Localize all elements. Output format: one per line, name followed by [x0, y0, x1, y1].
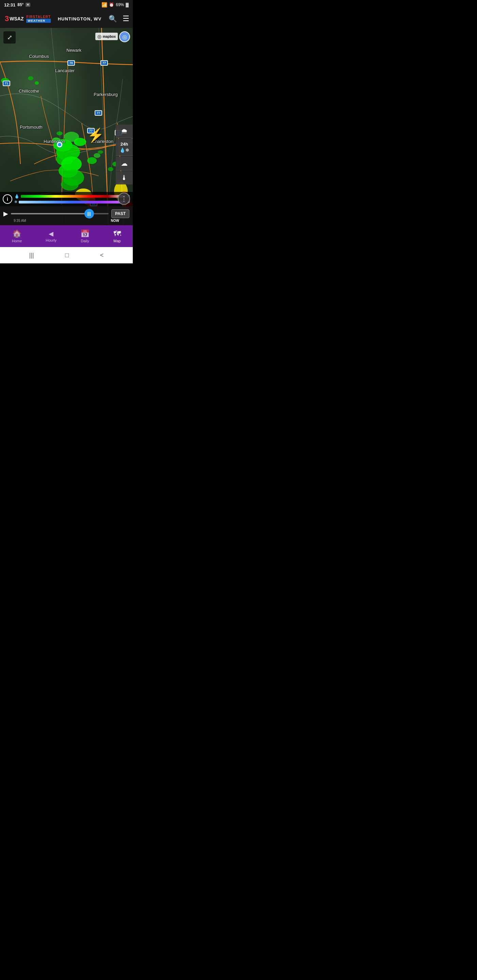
status-time: 12:31 [4, 2, 15, 8]
nav-hourly[interactable]: ◀ Hourly [40, 228, 62, 244]
timeline-lines-icon: ||| [87, 211, 91, 216]
timeline-controls: ▶ ||| PAST [3, 209, 129, 218]
play-button[interactable]: ▶ [3, 210, 8, 218]
legend-colors: 💧 ❄ ❄ ❄ [14, 194, 130, 204]
back-button[interactable]: < [97, 249, 107, 262]
status-temperature: 85° [18, 2, 24, 7]
map-right-panel: 🌧 24h 💧❄ ☁ 🌡 [116, 124, 133, 185]
nav-hourly-label: Hourly [46, 238, 56, 242]
channel-number: 3 [5, 14, 9, 23]
expand-button[interactable]: ⤢ [3, 31, 16, 43]
options-icon: ⋮ [121, 195, 127, 202]
status-left: 12:31 85° ✕ [4, 2, 30, 8]
nav-daily[interactable]: 📅 Daily [75, 227, 95, 245]
home-button[interactable]: □ [62, 249, 72, 262]
location-button[interactable]: ◎ [119, 31, 130, 42]
options-button[interactable]: ⋮ [118, 192, 130, 205]
daily-icon: 📅 [80, 229, 89, 238]
hourly-icon: ◀ [49, 230, 53, 237]
nav-daily-label: Daily [81, 239, 89, 243]
first-alert-badge: FIRSTALERT WEATHER [26, 15, 50, 23]
user-location-dot [57, 142, 62, 147]
legend-bar: i 💧 ❄ ❄ ❄ [0, 192, 133, 206]
timeline-start-time: 9:35 AM [14, 219, 26, 223]
header-actions: 🔍 ☰ [108, 14, 129, 23]
map-icon: 🗺 [113, 229, 121, 238]
mapbox-logo: mapbox [103, 35, 116, 38]
24h-radar-btn[interactable]: 24h 💧❄ [116, 139, 133, 156]
24h-label: 24h [121, 142, 128, 147]
battery-percent: 69% [116, 2, 124, 7]
location-display: HUNTINGTON, WV [58, 16, 102, 21]
timeline-labels: 9:35 AM NOW [3, 218, 129, 223]
snow-gradient [19, 201, 126, 204]
rain-radar-btn[interactable]: 🌧 [116, 124, 133, 138]
past-button[interactable]: PAST [111, 209, 129, 218]
map-container[interactable]: Columbus Newark Lancaster Chillicothe Po… [0, 28, 133, 225]
first-alert-label: FIRSTALERT [26, 15, 50, 19]
rain-gradient [21, 195, 125, 198]
header: 3 WSAZ FIRSTALERT WEATHER HUNTINGTON, WV… [0, 10, 133, 28]
thermometer-icon: 🌡 [121, 174, 128, 182]
nav-home-label: Home [12, 239, 22, 243]
recent-apps-button[interactable]: ||| [27, 249, 37, 262]
timeline-thumb[interactable]: ||| [85, 209, 94, 218]
info-button[interactable]: i [3, 194, 12, 204]
logo-wsaz: 3 WSAZ [3, 14, 25, 24]
menu-icon[interactable]: ☰ [123, 14, 129, 23]
timeline-bar: ▶ ||| PAST 9:35 AM NOW [0, 206, 133, 225]
24h-icons: 💧❄ [120, 147, 129, 153]
battery-icon: ▓ [126, 2, 129, 7]
logo: 3 WSAZ FIRSTALERT WEATHER [3, 14, 51, 24]
timeline-now-label: NOW [111, 219, 119, 223]
info-icon: i [7, 196, 8, 202]
nav-map-label: Map [113, 239, 121, 243]
cloud-btn[interactable]: ☁ [116, 156, 133, 170]
status-bar: 12:31 85° ✕ 📶 ⏰ 69% ▓ [0, 0, 133, 10]
timeline-track[interactable]: ||| [11, 213, 108, 215]
snow-icon: ❄ [14, 200, 18, 204]
legend-snow-row: ❄ ❄ [14, 200, 130, 204]
cloud-icon: ☁ [121, 159, 128, 167]
android-nav: ||| □ < [0, 247, 133, 263]
rain-icon: 🌧 [121, 127, 128, 135]
mapbox-attribution: ◎ mapbox [95, 33, 118, 40]
station-name: WSAZ [10, 16, 24, 21]
legend-rain-row: 💧 ❄ [14, 194, 130, 199]
timeline-progress [11, 213, 89, 215]
rain-drop-icon: 💧 [14, 194, 19, 199]
temperature-btn[interactable]: 🌡 [116, 171, 133, 185]
status-right: 📶 ⏰ 69% ▓ [102, 2, 129, 8]
nav-home[interactable]: 🏠 Home [6, 227, 27, 245]
status-close: ✕ [26, 3, 30, 7]
bottom-nav: 🏠 Home ◀ Hourly 📅 Daily 🗺 Map [0, 225, 133, 247]
wifi-icon: 📶 [102, 2, 107, 8]
logo-box: 3 WSAZ FIRSTALERT WEATHER [3, 14, 51, 24]
nav-map[interactable]: 🗺 Map [108, 227, 126, 245]
weather-label: WEATHER [26, 19, 50, 23]
search-icon[interactable]: 🔍 [108, 14, 117, 23]
alarm-icon: ⏰ [109, 2, 114, 7]
home-icon: 🏠 [12, 229, 21, 238]
